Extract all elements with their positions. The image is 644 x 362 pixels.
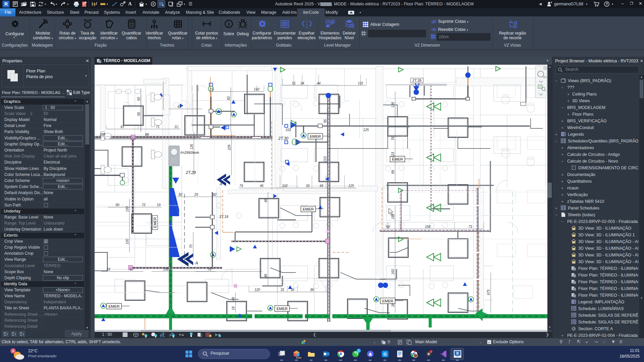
svg-text:81: 81: [120, 125, 124, 129]
svg-text:188: 188: [100, 133, 105, 136]
svg-text:102: 102: [285, 128, 291, 132]
svg-text:EMER: EMER: [310, 134, 321, 138]
svg-text:76: 76: [391, 136, 395, 140]
svg-text:72: 72: [142, 203, 146, 207]
svg-text:100: 100: [125, 206, 129, 212]
svg-text:EMER: EMER: [382, 299, 393, 303]
svg-text:28: 28: [391, 303, 395, 307]
svg-text:EMER: EMER: [108, 304, 119, 308]
svg-text:79: 79: [239, 184, 243, 188]
svg-text:160: 160: [391, 269, 395, 275]
svg-text:125: 125: [348, 184, 354, 188]
svg-text:36: 36: [290, 288, 294, 292]
svg-text:11: 11: [174, 125, 178, 129]
svg-text:29: 29: [194, 193, 198, 196]
svg-text:86: 86: [310, 288, 314, 292]
svg-text:A: A: [219, 182, 222, 186]
svg-text:51: 51: [292, 81, 296, 85]
svg-text:15: 15: [209, 87, 213, 91]
svg-text:49: 49: [231, 297, 235, 301]
svg-text:82: 82: [213, 193, 217, 196]
svg-text:82: 82: [178, 193, 182, 196]
svg-text:88: 88: [145, 133, 149, 136]
svg-text:A: A: [195, 260, 198, 265]
svg-text:125: 125: [363, 128, 369, 132]
svg-text:168: 168: [425, 225, 431, 229]
svg-text:90: 90: [115, 203, 119, 207]
svg-text:33: 33: [306, 184, 310, 188]
svg-text:44: 44: [317, 81, 321, 85]
svg-text:19: 19: [231, 306, 235, 310]
svg-text:120: 120: [255, 288, 260, 292]
svg-text:19: 19: [157, 203, 161, 207]
svg-text:48: 48: [264, 274, 268, 278]
svg-text:153: 153: [323, 156, 327, 162]
svg-text:EMER: EMER: [276, 307, 287, 311]
svg-text:48: 48: [264, 199, 268, 203]
svg-text:2T.16: 2T.16: [219, 215, 229, 219]
svg-text:49: 49: [319, 184, 323, 188]
svg-text:2T.35: 2T.35: [412, 78, 422, 82]
svg-text:46: 46: [260, 184, 264, 188]
svg-text:R: R: [4, 1, 8, 7]
svg-text:EMER: EMER: [303, 207, 314, 211]
svg-text:h=2660mm: h=2660mm: [180, 150, 199, 155]
svg-text:66: 66: [137, 112, 141, 116]
svg-text:95: 95: [323, 119, 327, 123]
svg-text:2T.30: 2T.30: [278, 136, 288, 141]
svg-text:100: 100: [125, 239, 129, 244]
svg-text:EMER: EMER: [153, 217, 157, 228]
svg-text:33: 33: [106, 267, 110, 271]
svg-text:102: 102: [282, 184, 288, 188]
svg-text:4: 4: [12, 349, 14, 353]
svg-text:126: 126: [190, 144, 194, 149]
svg-text:675: 675: [487, 289, 490, 295]
svg-text:67: 67: [129, 267, 133, 271]
svg-text:71: 71: [156, 125, 159, 129]
svg-text:123: 123: [391, 152, 395, 158]
svg-text:128: 128: [391, 102, 395, 108]
svg-text:RVT: RVT: [456, 355, 459, 357]
svg-text:76: 76: [207, 267, 211, 271]
svg-text:34: 34: [300, 81, 304, 85]
svg-text:2T.29: 2T.29: [185, 170, 196, 175]
svg-text:73: 73: [468, 225, 472, 229]
svg-text:89: 89: [391, 170, 395, 174]
svg-text:58: 58: [386, 225, 390, 229]
svg-text:60: 60: [137, 97, 141, 101]
svg-text:G: G: [383, 352, 387, 357]
svg-text:131: 131: [358, 81, 364, 85]
svg-text:229: 229: [227, 144, 231, 150]
svg-text:138: 138: [163, 267, 169, 271]
svg-text:70: 70: [189, 244, 193, 248]
svg-text:142: 142: [254, 87, 260, 91]
svg-text:2D: 2D: [543, 75, 547, 79]
svg-text:82: 82: [227, 96, 230, 100]
svg-text:31: 31: [280, 288, 284, 292]
svg-text:R: R: [456, 352, 459, 355]
svg-text:?: ?: [606, 2, 608, 6]
svg-text:1: 1: [124, 1, 125, 3]
svg-text:61: 61: [177, 105, 181, 109]
